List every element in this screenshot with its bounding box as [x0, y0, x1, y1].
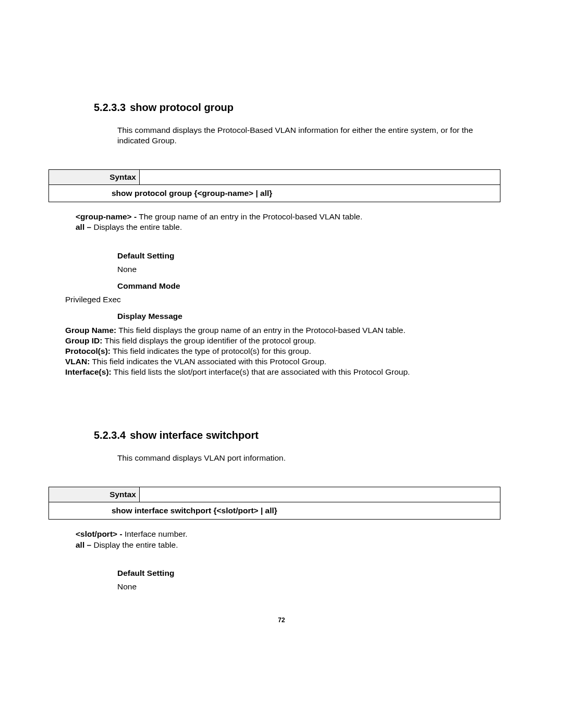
sub-value-command-mode: Privileged Exec	[65, 295, 500, 304]
display-message-block: Group Name: This field displays the grou…	[65, 325, 500, 378]
syntax-label: Syntax	[49, 487, 140, 502]
page: 5.2.3.3show protocol group This command …	[0, 0, 563, 728]
param-desc: The group name of an entry in the Protoc…	[137, 212, 362, 221]
section-heading: 5.2.3.4show interface switchport	[94, 429, 500, 441]
display-key: Interface(s):	[65, 367, 112, 376]
section-number: 5.2.3.4	[94, 429, 126, 441]
section-show-protocol-group: 5.2.3.3show protocol group This command …	[65, 102, 500, 377]
section-heading: 5.2.3.3show protocol group	[94, 102, 500, 114]
display-key: Group ID:	[65, 336, 102, 345]
display-line: VLAN: This field indicates the VLAN asso…	[65, 356, 500, 367]
syntax-box: Syntax show protocol group {<group-name>…	[48, 169, 500, 202]
syntax-label: Syntax	[49, 170, 140, 185]
display-key: Group Name:	[65, 326, 116, 335]
param-line: <slot/port> - Interface number.	[76, 529, 500, 539]
params-block: <slot/port> - Interface number. all – Di…	[76, 529, 500, 550]
params-block: <group-name> - The group name of an entr…	[76, 212, 500, 232]
param-key: all –	[76, 540, 91, 549]
display-desc: This field displays the group identifier…	[102, 336, 316, 345]
sub-value-default-setting: None	[117, 265, 500, 274]
section-intro: This command displays VLAN port informat…	[117, 453, 500, 463]
param-line: <group-name> - The group name of an entr…	[76, 212, 500, 222]
param-key: <group-name> -	[76, 212, 137, 221]
syntax-header-blank	[140, 487, 500, 502]
display-key: Protocol(s):	[65, 347, 111, 355]
param-line: all – Displays the entire table.	[76, 222, 500, 232]
display-line: Protocol(s): This field indicates the ty…	[65, 346, 500, 356]
sub-heading-display-message: Display Message	[117, 312, 500, 321]
syntax-body: show interface switchport {<slot/port> |…	[49, 502, 500, 519]
section-title: show protocol group	[130, 102, 234, 113]
param-key: <slot/port> -	[76, 529, 123, 538]
display-desc: This field displays the group name of an…	[116, 326, 406, 335]
section-number: 5.2.3.3	[94, 102, 126, 113]
syntax-header: Syntax	[49, 170, 500, 185]
display-line: Group ID: This field displays the group …	[65, 336, 500, 346]
param-desc: Display the entire table.	[91, 540, 178, 549]
display-desc: This field indicates the type of protoco…	[111, 347, 311, 355]
display-line: Interface(s): This field lists the slot/…	[65, 367, 500, 377]
sub-heading-default-setting: Default Setting	[117, 569, 500, 578]
section-intro: This command displays the Protocol-Based…	[117, 125, 500, 146]
syntax-box: Syntax show interface switchport {<slot/…	[48, 487, 500, 520]
display-desc: This field indicates the VLAN associated…	[90, 357, 326, 366]
section-title: show interface switchport	[130, 429, 259, 441]
param-desc: Displays the entire table.	[91, 223, 182, 231]
display-key: VLAN:	[65, 357, 90, 366]
display-line: Group Name: This field displays the grou…	[65, 325, 500, 336]
param-line: all – Display the entire table.	[76, 540, 500, 550]
sub-value-default-setting: None	[117, 582, 500, 591]
sub-heading-default-setting: Default Setting	[117, 251, 500, 261]
syntax-header-blank	[140, 170, 500, 185]
sub-heading-command-mode: Command Mode	[117, 281, 500, 291]
display-desc: This field lists the slot/port interface…	[112, 367, 410, 376]
param-desc: Interface number.	[123, 529, 188, 538]
page-number: 72	[0, 616, 563, 624]
syntax-header: Syntax	[49, 487, 500, 502]
syntax-body: show protocol group {<group-name> | all}	[49, 185, 500, 202]
param-key: all –	[76, 223, 91, 231]
section-show-interface-switchport: 5.2.3.4show interface switchport This co…	[65, 429, 500, 591]
